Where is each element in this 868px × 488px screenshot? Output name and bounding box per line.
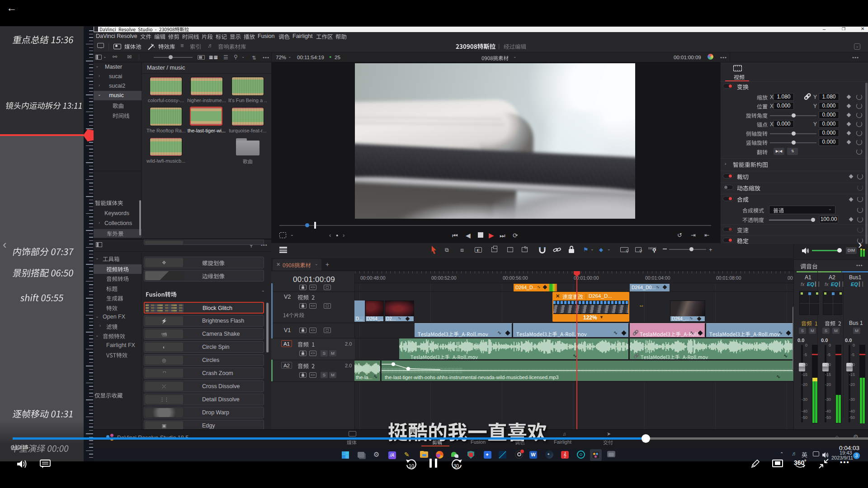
svg-text:30: 30 xyxy=(453,463,459,469)
svg-text:10: 10 xyxy=(409,463,414,469)
